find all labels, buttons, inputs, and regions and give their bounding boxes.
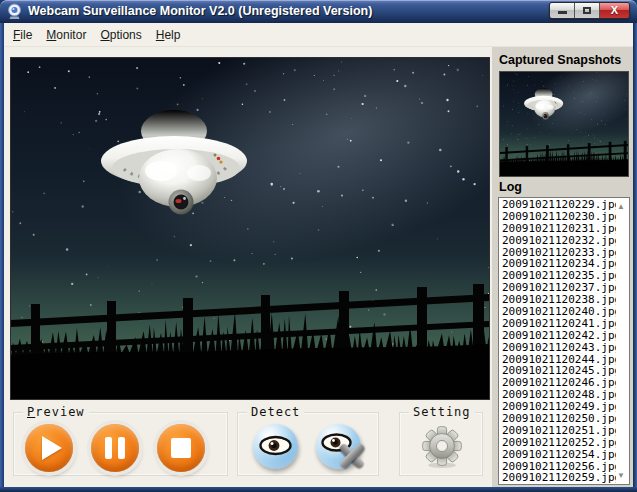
detection-on-button[interactable] (253, 424, 298, 469)
log-entry[interactable]: 20091021120241.jpg (499, 318, 616, 330)
scroll-up-arrow[interactable]: ▲ (616, 202, 626, 211)
stop-button[interactable] (157, 424, 205, 472)
stop-icon (171, 438, 191, 458)
log-list[interactable]: 20091021120229.jpg20091021120230.jpg2009… (498, 197, 630, 485)
pause-button[interactable] (91, 424, 139, 472)
play-icon (42, 436, 62, 460)
menu-item-monitor[interactable]: Monitor (39, 26, 93, 44)
log-entry[interactable]: 20091021120235.jpg (499, 270, 616, 282)
webcam-video-feed (10, 57, 490, 400)
log-entry[interactable]: 20091021120237.jpg (499, 282, 616, 294)
settings-button[interactable] (419, 421, 465, 471)
captured-snapshots-header: Captured Snapshots (499, 53, 621, 67)
log-entry[interactable]: 20091021120256.jpg (499, 461, 616, 473)
preview-group: Preview (13, 412, 228, 476)
log-entry[interactable]: 20091021120252.jpg (499, 437, 616, 449)
log-entry[interactable]: 20091021120242.jpg (499, 330, 616, 342)
log-entry[interactable]: 20091021120244.jpg (499, 354, 616, 366)
log-entry[interactable]: 20091021120250.jpg (499, 413, 616, 425)
window-border-bottom (0, 487, 637, 492)
setting-group: Setting (399, 412, 483, 476)
menu-item-options[interactable]: Options (93, 26, 148, 44)
log-entry[interactable]: 20091021120232.jpg (499, 235, 616, 247)
log-header: Log (499, 180, 522, 194)
menu-item-help[interactable]: Help (149, 26, 188, 44)
window-border-right (633, 23, 637, 492)
log-entry[interactable]: 20091021120229.jpg (499, 199, 616, 211)
titlebar: Webcam Surveillance Monitor V2.0 (Unregi… (0, 0, 637, 23)
scroll-down-arrow[interactable]: ▼ (616, 471, 626, 480)
setting-group-label: Setting (409, 405, 475, 419)
log-entry[interactable]: 20091021120240.jpg (499, 306, 616, 318)
minimize-button[interactable] (550, 3, 575, 18)
window-title: Webcam Surveillance Monitor V2.0 (Unregi… (28, 4, 372, 18)
log-entry[interactable]: 20091021120234.jpg (499, 258, 616, 270)
gear-icon (419, 421, 465, 471)
log-entry[interactable]: 20091021120248.jpg (499, 389, 616, 401)
maximize-button[interactable] (575, 3, 600, 18)
play-button[interactable] (25, 424, 73, 472)
preview-group-label: Preview (23, 405, 89, 419)
app-icon (6, 3, 23, 20)
minimize-icon (558, 11, 567, 14)
maximize-icon (583, 7, 591, 14)
right-panel: Captured Snapshots (492, 47, 633, 487)
log-entry[interactable]: 20091021120230.jpg (499, 211, 616, 223)
close-icon: X (600, 3, 629, 18)
detect-group-label: Detect (247, 405, 304, 419)
close-button[interactable]: X (600, 3, 629, 18)
log-entry[interactable]: 20091021120249.jpg (499, 401, 616, 413)
x-mark-icon (336, 440, 368, 472)
log-entry[interactable]: 20091021120233.jpg (499, 247, 616, 259)
log-entry[interactable]: 20091021120246.jpg (499, 377, 616, 389)
detect-group: Detect (237, 412, 379, 476)
detection-off-button[interactable] (316, 424, 361, 469)
log-entry[interactable]: 20091021120245.jpg (499, 365, 616, 377)
app-window: Webcam Surveillance Monitor V2.0 (Unregi… (0, 0, 637, 492)
log-entry[interactable]: 20091021120251.jpg (499, 425, 616, 437)
menubar: File Monitor Options Help (4, 23, 633, 47)
log-entry[interactable]: 20091021120259.jpg (499, 472, 616, 484)
log-entry[interactable]: 20091021120238.jpg (499, 294, 616, 306)
snapshot-thumbnail[interactable] (499, 71, 629, 177)
eye-icon (253, 424, 298, 469)
log-entry[interactable]: 20091021120243.jpg (499, 342, 616, 354)
window-controls: X (549, 2, 630, 19)
log-entry[interactable]: 20091021120231.jpg (499, 223, 616, 235)
log-entry[interactable]: 20091021120254.jpg (499, 449, 616, 461)
pause-icon (105, 437, 112, 459)
menu-item-file[interactable]: File (6, 26, 39, 44)
